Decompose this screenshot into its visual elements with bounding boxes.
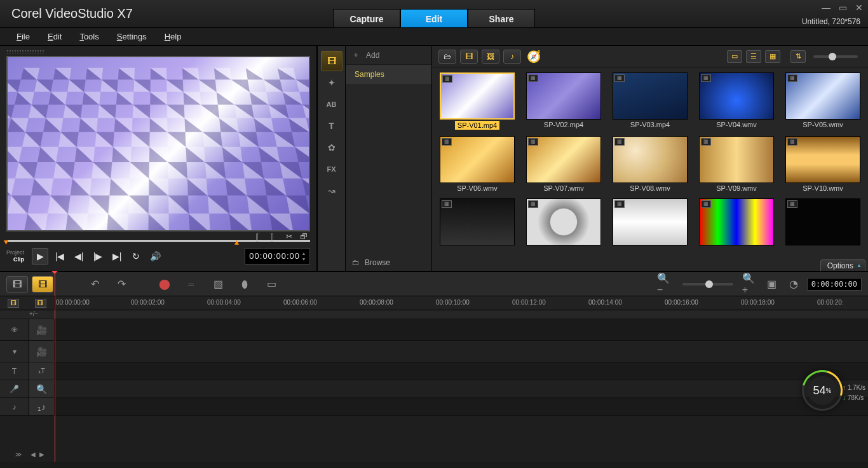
track-toggle-icon[interactable]: 👁: [0, 319, 29, 340]
thumb-size-slider[interactable]: [813, 55, 858, 58]
view-grid-button[interactable]: ▦: [765, 50, 780, 63]
timeline-ruler[interactable]: 00:00:00:00 00:00:02:0000:00:04:0000:00:…: [55, 296, 868, 310]
expand-tracks-button[interactable]: ≫: [15, 451, 22, 458]
menu-edit[interactable]: Edit: [40, 29, 69, 44]
options-button[interactable]: Options: [820, 259, 865, 272]
fit-project-button[interactable]: ▣: [764, 276, 780, 292]
storyboard-view-button[interactable]: 🎞: [6, 276, 28, 292]
record-button[interactable]: ⬤: [156, 276, 173, 292]
project-duration-icon[interactable]: ◔: [785, 276, 802, 292]
instant-project-button[interactable]: ✦: [321, 72, 342, 93]
thumb-item[interactable]: ▦SP-V05.wmv: [784, 72, 862, 130]
video-track-1[interactable]: 👁 🎥: [0, 319, 868, 341]
subtitle-button[interactable]: ▭: [263, 276, 280, 292]
mark-in-icon[interactable]: ▾: [4, 237, 8, 247]
tab-edit[interactable]: Edit: [400, 9, 468, 28]
sort-button[interactable]: ⇅: [790, 50, 806, 63]
media-library-button[interactable]: 🎞: [321, 51, 342, 71]
step-forward-button[interactable]: |▶: [90, 249, 105, 264]
filter-video-button[interactable]: 🎞: [460, 50, 478, 64]
title-track[interactable]: T ₁T: [0, 362, 868, 380]
overlay-track-1[interactable]: ▾ 🎥: [0, 341, 868, 362]
tab-share[interactable]: Share: [468, 9, 535, 28]
multi-trim-button[interactable]: ⬮: [236, 276, 253, 292]
filter-photo-button[interactable]: 🖼: [482, 50, 499, 64]
maximize-icon[interactable]: ▭: [837, 3, 848, 13]
thumb-item[interactable]: ▦SP-V10.wmv: [784, 136, 862, 192]
thumb-item[interactable]: ▦SP-V03.mp4: [611, 72, 689, 130]
snapshot-button[interactable]: 🗗: [300, 232, 308, 243]
go-start-button[interactable]: |◀: [52, 249, 67, 264]
thumb-item[interactable]: ▦: [611, 198, 689, 245]
transition-button[interactable]: AB: [321, 94, 342, 114]
thumb-item[interactable]: ▦: [438, 198, 516, 245]
filter-audio-button[interactable]: ♪: [503, 50, 521, 64]
drag-handle-icon[interactable]: [6, 50, 44, 53]
music-track[interactable]: ♪ ₁♪: [0, 398, 868, 416]
preview-mode-toggle[interactable]: Project Clip: [6, 249, 28, 263]
filter-button[interactable]: FX: [321, 159, 342, 179]
smartfit-button[interactable]: 🧭: [525, 50, 543, 64]
menu-file[interactable]: File: [9, 29, 37, 44]
thumb-item[interactable]: ▦SP-V01.mp4: [438, 72, 516, 130]
mark-in-button[interactable]: 〚: [255, 232, 263, 243]
go-end-button[interactable]: ▶|: [109, 249, 125, 264]
scroll-left-button[interactable]: ◀: [31, 451, 36, 458]
thumb-image: ▦: [526, 136, 601, 183]
graphic-button[interactable]: ✿: [321, 137, 342, 158]
thumb-image: ▦: [699, 198, 774, 245]
preview-viewport[interactable]: [6, 56, 310, 231]
timeline-view-button[interactable]: 🎞: [32, 276, 53, 292]
tab-capture[interactable]: Capture: [333, 9, 400, 28]
mark-out-icon[interactable]: ▴: [234, 237, 239, 247]
voice-label-icon[interactable]: 🎤: [0, 380, 29, 397]
preview-timecode[interactable]: 00:00:00:00▴▾: [245, 248, 310, 265]
title-button[interactable]: T: [321, 116, 342, 136]
thumb-item[interactable]: ▦SP-V04.wmv: [698, 72, 775, 130]
repeat-button[interactable]: ↻: [128, 249, 144, 264]
undo-button[interactable]: ↶: [86, 276, 103, 292]
menu-settings[interactable]: Settings: [109, 29, 154, 44]
view-large-button[interactable]: ▭: [727, 50, 742, 63]
preview-timecode-value: 00:00:00:00: [249, 251, 300, 261]
menu-tools[interactable]: Tools: [72, 29, 106, 44]
thumb-item[interactable]: ▦SP-V09.wmv: [698, 136, 775, 192]
import-folder-button[interactable]: 🗁: [438, 50, 456, 64]
volume-button[interactable]: 🔊: [147, 249, 163, 264]
title-label-icon[interactable]: T: [0, 362, 29, 380]
thumb-item[interactable]: ▦SP-V02.mp4: [525, 72, 602, 130]
path-button[interactable]: ↝: [321, 181, 342, 201]
play-button[interactable]: ▶: [32, 248, 48, 265]
thumb-item[interactable]: ▦: [525, 198, 602, 245]
menu-help[interactable]: Help: [157, 29, 189, 44]
close-icon[interactable]: ✕: [854, 3, 864, 13]
minimize-icon[interactable]: —: [821, 3, 831, 13]
browse-button[interactable]: 🗀 Browse: [346, 258, 390, 267]
timeline-timecode[interactable]: 0:00:00:00: [807, 278, 862, 291]
music-label-icon[interactable]: ♪: [0, 398, 29, 415]
auto-music-button[interactable]: ▧: [210, 276, 226, 292]
playhead[interactable]: [55, 272, 55, 462]
thumb-item[interactable]: ▦: [698, 198, 775, 245]
redo-button[interactable]: ↷: [113, 276, 130, 292]
voice-track[interactable]: 🎤 🔍: [0, 380, 868, 398]
mark-out-button[interactable]: 〛: [271, 232, 278, 243]
zoom-slider[interactable]: [682, 283, 733, 286]
add-folder-button[interactable]: ＋ Add: [346, 46, 431, 65]
zoom-out-button[interactable]: 🔍−: [657, 276, 674, 292]
track-leading-row[interactable]: +/−: [0, 310, 868, 319]
thumb-item[interactable]: ▦SP-V07.wmv: [525, 136, 602, 192]
ruler-btn-2[interactable]: 🎞: [35, 299, 46, 308]
step-back-button[interactable]: ◀|: [71, 249, 86, 264]
thumb-item[interactable]: ▦SP-V08.wmv: [611, 136, 689, 192]
ruler-btn-1[interactable]: 🎞: [8, 299, 19, 308]
tree-item-samples[interactable]: Samples: [346, 65, 431, 84]
thumb-item[interactable]: ▦: [784, 198, 862, 245]
thumb-item[interactable]: ▦SP-V06.wmv: [438, 136, 516, 192]
zoom-in-button[interactable]: 🔍+: [742, 276, 759, 292]
scroll-right-button[interactable]: ▶: [39, 451, 44, 458]
track-collapse-icon[interactable]: ▾: [0, 341, 29, 362]
view-list-button[interactable]: ☰: [746, 50, 761, 63]
audio-mixer-button[interactable]: ⎓: [183, 276, 200, 292]
split-button[interactable]: ✂: [286, 232, 292, 243]
